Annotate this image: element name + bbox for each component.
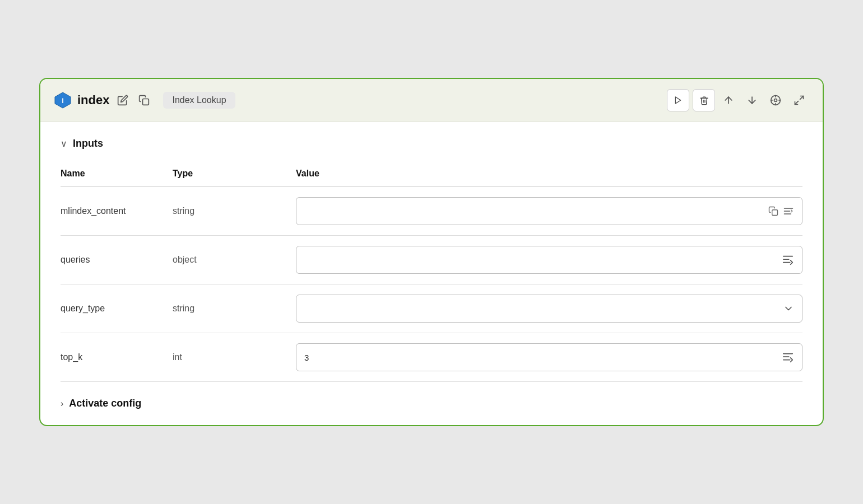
row-name: query_type bbox=[61, 284, 173, 333]
target-icon bbox=[770, 95, 781, 106]
activate-chevron-icon: › bbox=[61, 399, 63, 409]
focus-button[interactable] bbox=[765, 90, 786, 110]
row-type: string bbox=[173, 284, 296, 333]
mlindex-content-icons bbox=[768, 206, 794, 217]
table-row: mlindex_content string bbox=[61, 187, 802, 236]
col-name-header: Name bbox=[61, 163, 173, 187]
arrow-up-icon bbox=[723, 95, 734, 106]
inputs-chevron-icon: ∨ bbox=[61, 138, 67, 149]
header: i index Index Lookup bbox=[40, 79, 823, 122]
row-type: int bbox=[173, 333, 296, 382]
edit-name-button[interactable] bbox=[115, 92, 131, 108]
col-type-header: Type bbox=[173, 163, 296, 187]
top-k-field[interactable]: 3 bbox=[296, 343, 802, 371]
main-card: i index Index Lookup bbox=[39, 78, 824, 426]
row-name: queries bbox=[61, 236, 173, 284]
query-type-dropdown[interactable] bbox=[296, 295, 802, 323]
top-k-value: 3 bbox=[304, 353, 782, 362]
edit-lines-icon[interactable] bbox=[783, 206, 794, 217]
expand-button[interactable] bbox=[789, 90, 809, 110]
move-down-button[interactable] bbox=[742, 90, 762, 110]
copy-icon bbox=[138, 95, 150, 106]
svg-line-12 bbox=[800, 96, 804, 100]
inputs-section-title: Inputs bbox=[73, 138, 103, 150]
trash-icon bbox=[699, 96, 709, 105]
edit-lines-icon-2[interactable] bbox=[782, 254, 794, 266]
dropdown-chevron-icon bbox=[783, 303, 794, 314]
svg-text:i: i bbox=[62, 96, 64, 105]
svg-line-13 bbox=[795, 101, 799, 105]
node-name: index bbox=[77, 93, 109, 108]
inputs-section-header[interactable]: ∨ Inputs bbox=[61, 138, 802, 150]
copy-field-icon[interactable] bbox=[768, 206, 778, 216]
pencil-icon bbox=[117, 95, 128, 106]
delete-button[interactable] bbox=[693, 89, 715, 111]
svg-rect-14 bbox=[772, 210, 778, 216]
row-type: string bbox=[173, 187, 296, 236]
expand-icon bbox=[794, 95, 805, 106]
run-button[interactable] bbox=[667, 89, 689, 111]
mlindex-content-field[interactable] bbox=[296, 197, 802, 225]
body: ∨ Inputs Name Type Value mlindex_content… bbox=[40, 122, 823, 425]
row-value bbox=[296, 236, 802, 284]
arrow-down-icon bbox=[746, 95, 758, 106]
move-up-button[interactable] bbox=[718, 90, 739, 110]
queries-field[interactable] bbox=[296, 246, 802, 274]
node-icon: i bbox=[54, 91, 72, 109]
table-row: queries object bbox=[61, 236, 802, 284]
svg-marker-3 bbox=[675, 97, 680, 104]
copy-button[interactable] bbox=[136, 92, 152, 108]
queries-icons bbox=[782, 254, 794, 266]
col-value-header: Value bbox=[296, 163, 802, 187]
svg-rect-2 bbox=[143, 99, 149, 105]
header-toolbar bbox=[667, 89, 809, 111]
table-row: top_k int 3 bbox=[61, 333, 802, 382]
row-name: top_k bbox=[61, 333, 173, 382]
row-value: 3 bbox=[296, 333, 802, 382]
node-label: Index Lookup bbox=[163, 92, 235, 109]
top-k-icons bbox=[782, 351, 794, 363]
svg-point-7 bbox=[774, 99, 777, 102]
row-type: object bbox=[173, 236, 296, 284]
row-value bbox=[296, 187, 802, 236]
row-value bbox=[296, 284, 802, 333]
play-icon bbox=[674, 96, 683, 105]
table-row: query_type string bbox=[61, 284, 802, 333]
inputs-table: Name Type Value mlindex_content string bbox=[61, 163, 802, 382]
activate-config-title: Activate config bbox=[69, 398, 141, 409]
edit-lines-icon-3[interactable] bbox=[782, 351, 794, 363]
row-name: mlindex_content bbox=[61, 187, 173, 236]
header-left: i index Index Lookup bbox=[54, 91, 235, 109]
activate-config-section-header[interactable]: › Activate config bbox=[61, 398, 802, 409]
